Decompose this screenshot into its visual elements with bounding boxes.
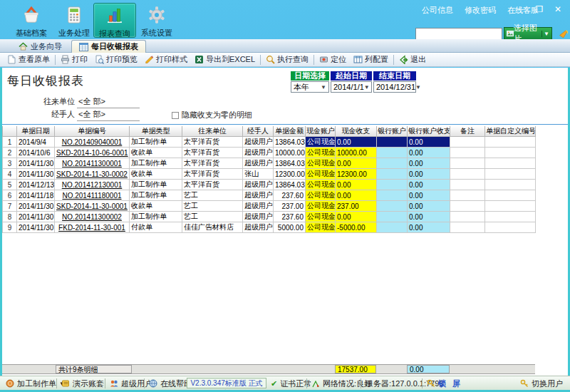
table-cell: 237.00 <box>336 201 377 212</box>
date-mode-select[interactable]: 本年 ▼ <box>291 81 329 93</box>
table-row[interactable]: 32014/11/30NO.201411300001加工制作单太平洋百货超级用户… <box>3 158 536 169</box>
table-cell: 张山 <box>243 169 274 180</box>
table-row[interactable]: 42014/11/30SKD-2014-11-30-0002收款单太平洋百货张山… <box>3 169 536 180</box>
table-row[interactable]: 82014/11/30NO.201411300002加工制作单艺工超级用户237… <box>3 212 536 222</box>
table-cell <box>450 222 485 233</box>
table-cell: 237.60 <box>274 190 306 201</box>
start-date-select[interactable]: 2014/1/1 ▼ <box>331 81 372 93</box>
col-header-custom-no[interactable]: 单据自定义编号 <box>485 126 536 137</box>
partner-filter-value[interactable]: <全 部> <box>77 96 140 108</box>
table-cell: 2014/9/4 <box>17 137 55 148</box>
locate-button[interactable]: 定位 <box>316 53 350 66</box>
image-path-input[interactable] <box>415 28 502 40</box>
nav-system-settings[interactable]: 系统设置 <box>135 3 178 38</box>
table-cell <box>485 148 536 158</box>
print-style-button[interactable]: 打印样式 <box>141 53 191 66</box>
col-header-handler[interactable]: 经手人 <box>243 126 274 137</box>
table-row[interactable]: 52014/12/13NO.201412130001加工制作单太平洋百货超级用户… <box>3 180 536 190</box>
tab-daily-cash-report[interactable]: 每日收银报表 <box>71 40 146 53</box>
document-link[interactable]: NO.201411300002 <box>55 212 130 222</box>
company-info-link[interactable]: 公司信息 <box>422 5 453 16</box>
change-password-link[interactable]: 修改密码 <box>465 5 496 16</box>
document-link[interactable]: NO.201411180001 <box>55 190 130 201</box>
table-cell: 收款单 <box>130 148 182 158</box>
col-header-remark[interactable]: 备注 <box>450 126 485 137</box>
end-date-select[interactable]: 2014/12/31 ▼ <box>373 81 416 93</box>
document-link[interactable]: NO.201411300001 <box>55 158 130 169</box>
table-cell <box>485 137 536 148</box>
select-image-button[interactable]: 选择图片 ▼ <box>504 27 552 41</box>
status-user[interactable]: 超级用户 <box>110 376 152 391</box>
nav-basic-files[interactable]: 基础档案 <box>10 3 53 38</box>
toolbar-separator <box>393 55 394 65</box>
export-excel-button[interactable]: 导出到EXCEL <box>191 53 259 66</box>
tab-business-wizard[interactable]: 业务向导 <box>11 40 69 53</box>
summary-cash-total: 17537.00 <box>335 365 376 373</box>
table-cell: 超级用户 <box>243 222 274 233</box>
view-original-doc-button[interactable]: 查看原单 <box>4 53 53 66</box>
col-header-doc-type[interactable]: 单据类型 <box>130 126 182 137</box>
table-cell <box>377 137 408 148</box>
handler-filter-value[interactable]: <全 部> <box>77 109 140 121</box>
table-cell: 加工制作单 <box>130 180 182 190</box>
horn-icon[interactable] <box>558 26 570 41</box>
minimize-icon[interactable]: ─ <box>516 4 526 14</box>
col-header[interactable] <box>3 126 17 137</box>
table-row[interactable]: 22014/10/6SKD-2014-10-06-0001收款单太平洋百货超级用… <box>3 148 536 158</box>
table-cell: 收款单 <box>130 201 182 212</box>
table-cell: 超级用户 <box>243 137 274 148</box>
table-row[interactable]: 62014/11/18NO.201411180001加工制作单艺工超级用户237… <box>3 190 536 201</box>
table-cell <box>485 190 536 201</box>
col-header-bank-flow[interactable]: 银行账户收支 <box>408 126 450 137</box>
table-cell: 0.00 <box>408 148 450 158</box>
print-preview-button[interactable]: 打印预览 <box>91 53 141 66</box>
run-query-button[interactable]: 执行查询 <box>262 53 312 66</box>
table-cell: 0.00 <box>408 201 450 212</box>
document-link[interactable]: FKD-2014-11-30-001 <box>55 222 130 233</box>
summary-bank-total: 0.00 <box>407 365 450 373</box>
close-icon[interactable]: ✕ <box>553 4 563 14</box>
table-cell: 2 <box>3 148 17 158</box>
columns-icon <box>353 55 363 64</box>
document-link[interactable]: NO.201412130001 <box>55 180 130 190</box>
version-label: V2.3.0.347标准版 正式版 <box>187 378 266 388</box>
nav-business-process[interactable]: 业务处理 <box>53 3 95 38</box>
table-cell <box>485 180 536 190</box>
document-link[interactable]: SKD-2014-11-30-0001 <box>55 201 130 212</box>
hide-zero-checkbox[interactable] <box>172 112 179 119</box>
table-cell: 0.00 <box>408 180 450 190</box>
print-button[interactable]: 打印 <box>57 53 91 66</box>
table-cell: 艺工 <box>182 190 243 201</box>
bar-chart-icon <box>105 6 125 26</box>
col-header-partner[interactable]: 往来单位 <box>182 126 243 137</box>
status-lock-screen[interactable]: 锁 屏 <box>427 376 462 391</box>
status-switch-user[interactable]: 切换用户 <box>520 376 563 391</box>
column-config-button[interactable]: 列配置 <box>350 53 392 66</box>
nav-report-query[interactable]: 报表查询 <box>93 3 136 38</box>
col-header-amount[interactable]: 单据金额 <box>274 126 306 137</box>
document-link[interactable]: SKD-2014-10-06-0001 <box>55 148 130 158</box>
document-link[interactable]: SKD-2014-11-30-0002 <box>55 169 130 180</box>
document-link[interactable]: NO.201409040001 <box>55 137 130 148</box>
table-cell <box>450 137 485 148</box>
button-label: 列配置 <box>365 54 388 65</box>
status-label: 切换用户 <box>532 378 563 389</box>
col-header-bank-account[interactable]: 银行账户 <box>377 126 408 137</box>
status-online-help[interactable]: 在线帮助 <box>149 376 192 391</box>
table-row[interactable]: 72014/11/30SKD-2014-11-30-0001收款单艺工超级用户2… <box>3 201 536 212</box>
status-separator <box>105 378 105 388</box>
table-row[interactable]: 92014/11/30FKD-2014-11-30-001付款单佳佳广告材料店超… <box>3 222 536 233</box>
table-cell: 10000.00 <box>336 148 377 158</box>
status-account-set[interactable]: 演示账套 <box>61 376 104 391</box>
col-header-cash-account[interactable]: 现金账户 <box>306 126 336 137</box>
col-header-doc-no[interactable]: 单据编号 <box>55 126 130 137</box>
maximize-icon[interactable]: ❒ <box>534 4 544 14</box>
end-date-header: 结束日期 <box>373 71 416 81</box>
col-header-cash-flow[interactable]: 现金收支 <box>336 126 377 137</box>
exit-button[interactable]: 退出 <box>395 53 430 66</box>
col-header-date[interactable]: 单据日期 <box>17 126 55 137</box>
table-cell: 3 <box>3 158 17 169</box>
table-cell: 加工制作单 <box>130 137 182 148</box>
table-cell: 2014/11/30 <box>17 201 55 212</box>
table-row[interactable]: 12014/9/4NO.201409040001加工制作单太平洋百货超级用户13… <box>3 137 536 148</box>
